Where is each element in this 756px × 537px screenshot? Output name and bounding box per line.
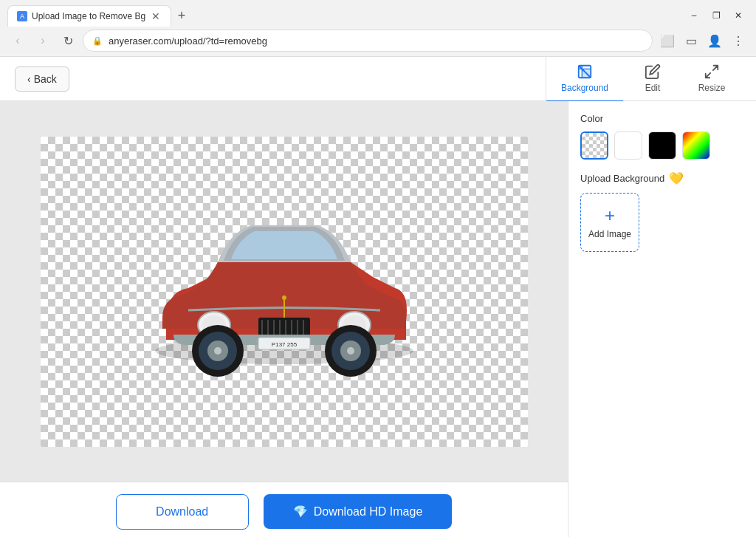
profile-icon[interactable]: 👤 — [704, 30, 725, 51]
tab-resize-label: Resize — [698, 83, 726, 93]
back-label: Back — [34, 73, 57, 85]
svg-text:P137 255: P137 255 — [271, 341, 297, 348]
back-nav-button[interactable]: ‹ — [7, 30, 28, 51]
svg-point-22 — [214, 347, 221, 355]
tab-edit[interactable]: Edit — [623, 56, 682, 102]
crown-icon: 💛 — [669, 171, 684, 185]
canvas-area: P137 255 — [0, 101, 568, 537]
translate-icon[interactable]: ⬜ — [657, 30, 678, 51]
toolbar-tabs: Background Edit Resize — [546, 56, 741, 102]
color-swatches — [580, 131, 744, 160]
canvas-image: P137 255 — [41, 137, 528, 447]
svg-point-28 — [282, 295, 286, 300]
swatch-white[interactable] — [614, 131, 642, 160]
add-image-button[interactable]: + Add Image — [580, 193, 639, 252]
edit-icon — [645, 64, 661, 80]
upload-bg-row: Upload Background 💛 — [580, 171, 744, 185]
download-hd-label: Download HD Image — [314, 505, 423, 519]
download-label: Download — [156, 505, 208, 518]
right-panel: Color Upload Background 💛 + Add Image — [568, 101, 756, 537]
url-text: anyeraser.com/upload/?td=removebg — [109, 35, 267, 47]
app-container: ‹ Back Background Edit — [0, 57, 756, 537]
download-button[interactable]: Download — [116, 494, 249, 530]
title-bar: A Upload Image to Remove Bg ✕ + – ❐ ✕ — [0, 0, 756, 27]
bottom-bar: Download 💎 Download HD Image — [0, 482, 568, 537]
browser-tab[interactable]: A Upload Image to Remove Bg ✕ — [7, 5, 171, 27]
car-container: P137 255 — [144, 174, 425, 410]
svg-point-26 — [347, 347, 354, 355]
forward-nav-button[interactable]: › — [32, 30, 53, 51]
refresh-button[interactable]: ↻ — [58, 30, 78, 51]
minimize-button[interactable]: – — [684, 5, 704, 26]
background-icon — [577, 64, 593, 80]
tab-favicon: A — [17, 11, 27, 21]
restore-button[interactable]: ❐ — [706, 5, 726, 26]
plus-icon: + — [605, 205, 615, 226]
address-bar[interactable]: 🔒 anyeraser.com/upload/?td=removebg — [83, 30, 653, 52]
upload-bg-label: Upload Background — [580, 173, 664, 184]
browser-icons: ⬜ ▭ 👤 ⋮ — [657, 30, 749, 51]
back-button[interactable]: ‹ Back — [15, 66, 69, 92]
main-layout: P137 255 — [0, 101, 756, 537]
address-bar-row: ‹ › ↻ 🔒 anyeraser.com/upload/?td=removeb… — [0, 27, 756, 56]
tab-edit-label: Edit — [645, 83, 661, 93]
tab-background[interactable]: Background — [546, 56, 623, 102]
tab-close-button[interactable]: ✕ — [150, 10, 162, 22]
new-tab-button[interactable]: + — [171, 5, 192, 26]
back-chevron-icon: ‹ — [27, 73, 31, 85]
car-svg: P137 255 — [144, 174, 425, 410]
close-button[interactable]: ✕ — [728, 5, 749, 26]
tab-title: Upload Image to Remove Bg — [32, 11, 145, 21]
swatch-black[interactable] — [648, 131, 676, 160]
canvas-wrapper: P137 255 — [0, 101, 568, 482]
download-hd-button[interactable]: 💎 Download HD Image — [264, 494, 453, 529]
tab-background-label: Background — [561, 83, 608, 93]
window-controls: – ❐ ✕ — [684, 5, 749, 26]
swatch-colorful[interactable] — [682, 131, 710, 160]
app-header: ‹ Back Background Edit — [0, 57, 756, 101]
add-image-label: Add Image — [588, 229, 631, 239]
tab-resize[interactable]: Resize — [682, 56, 741, 102]
svg-rect-4 — [258, 318, 310, 336]
browser-chrome: A Upload Image to Remove Bg ✕ + – ❐ ✕ ‹ … — [0, 0, 756, 57]
diamond-icon: 💎 — [293, 504, 308, 519]
swatch-transparent[interactable] — [580, 131, 608, 160]
tab-search-icon[interactable]: ▭ — [681, 30, 701, 51]
lock-icon: 🔒 — [92, 36, 103, 46]
color-section-title: Color — [580, 113, 744, 124]
resize-icon — [704, 64, 720, 80]
menu-icon[interactable]: ⋮ — [728, 30, 749, 51]
